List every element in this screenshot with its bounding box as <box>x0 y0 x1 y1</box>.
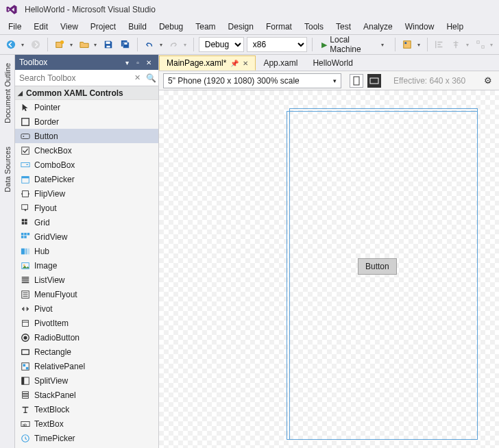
toolbox-item-datepicker[interactable]: DatePicker <box>15 172 158 186</box>
open-file-button[interactable] <box>77 37 90 52</box>
new-project-dropdown[interactable]: ▾ <box>68 42 74 48</box>
platform-selector[interactable]: x86 <box>247 37 308 52</box>
menu-file[interactable]: File <box>3 21 27 33</box>
undo-button[interactable] <box>143 37 156 52</box>
save-button[interactable] <box>101 37 115 52</box>
distribute-button[interactable] <box>473 37 487 52</box>
panel-menu-icon[interactable]: ▾ <box>121 57 132 68</box>
menubar: File Edit View Project Build Debug Team … <box>0 19 499 34</box>
toolbox-item-label: ListView <box>34 275 64 285</box>
toolbox-item-splitview[interactable]: SplitView <box>15 373 158 388</box>
toolbox-item-stackpanel[interactable]: StackPanel <box>15 388 158 402</box>
canvas-button-control[interactable]: Button <box>358 258 397 275</box>
align-dropdown[interactable]: ▾ <box>464 42 470 48</box>
nav-back-dropdown[interactable]: ▾ <box>19 42 25 48</box>
start-debug-button[interactable]: ▶ Local Machine ▾ <box>317 37 390 52</box>
side-tab-data-sources[interactable]: Data Sources <box>2 141 13 198</box>
svg-rect-45 <box>23 394 29 396</box>
distribute-dropdown[interactable]: ▾ <box>489 42 495 48</box>
menu-design[interactable]: Design <box>223 21 259 33</box>
toolbox-item-label: RelativePanel <box>34 362 85 371</box>
undo-dropdown[interactable]: ▾ <box>158 42 164 48</box>
properties-dropdown[interactable]: ▾ <box>415 42 422 48</box>
svg-rect-40 <box>23 364 26 366</box>
svg-rect-20 <box>22 219 25 221</box>
menu-view[interactable]: View <box>55 21 84 33</box>
toolbox-item-relativepanel[interactable]: RelativePanel <box>15 359 158 373</box>
datepicker-icon <box>21 175 30 184</box>
tab-helloworld[interactable]: HelloWorld <box>305 55 360 71</box>
tab-mainpage[interactable]: MainPage.xaml* 📌 ✕ <box>159 55 256 71</box>
search-icon[interactable]: 🔍 <box>143 73 158 83</box>
toolbox-item-pivot[interactable]: Pivot <box>15 301 158 316</box>
toolbox-item-flyout[interactable]: Flyout <box>15 201 158 215</box>
toolbox-item-textbox[interactable]: abTextBox <box>15 416 158 431</box>
properties-button[interactable] <box>400 37 414 52</box>
toolbox-item-combobox[interactable]: ComboBox <box>15 158 158 172</box>
toolbox-item-label: PivotItem <box>34 319 69 328</box>
menu-project[interactable]: Project <box>85 21 121 33</box>
svg-rect-41 <box>26 366 29 369</box>
menu-tools[interactable]: Tools <box>299 21 329 33</box>
svg-rect-46 <box>23 396 29 398</box>
toolbox-item-image[interactable]: Image <box>15 258 158 273</box>
separator <box>137 38 138 51</box>
nav-forward-button[interactable] <box>29 37 42 52</box>
new-project-button[interactable] <box>53 37 66 52</box>
orientation-portrait-button[interactable] <box>350 74 363 88</box>
menu-edit[interactable]: Edit <box>28 21 53 33</box>
toolbox-group-header[interactable]: ◢ Common XAML Controls <box>15 86 158 100</box>
svg-rect-5 <box>107 46 110 48</box>
close-icon[interactable]: ✕ <box>143 57 154 68</box>
toolbox-item-menuflyout[interactable]: MenuFlyout <box>15 287 158 301</box>
timepicker-icon <box>21 434 30 443</box>
menu-team[interactable]: Team <box>190 21 221 33</box>
pin-icon[interactable]: 📌 <box>230 60 239 67</box>
settings-gear-icon[interactable]: ⚙ <box>481 75 495 86</box>
toolbox-item-timepicker[interactable]: TimePicker <box>15 431 158 445</box>
play-icon: ▶ <box>321 40 327 49</box>
toolbox-item-button[interactable]: Button <box>15 129 158 143</box>
clear-search-icon[interactable]: ✕ <box>131 73 143 82</box>
toolbox-item-flipview[interactable]: FlipView <box>15 186 158 201</box>
tab-appxaml[interactable]: App.xaml <box>256 55 305 71</box>
menu-format[interactable]: Format <box>260 21 297 33</box>
toolbox-item-checkbox[interactable]: CheckBox <box>15 143 158 158</box>
toolbox-item-rectangle[interactable]: Rectangle <box>15 345 158 359</box>
redo-dropdown[interactable]: ▾ <box>182 42 188 48</box>
orientation-landscape-button[interactable] <box>367 74 381 88</box>
align-left-button[interactable] <box>432 37 446 52</box>
toolbox-item-border[interactable]: Border <box>15 114 158 129</box>
close-icon[interactable]: ✕ <box>243 60 248 67</box>
svg-point-37 <box>23 336 27 339</box>
menu-test[interactable]: Test <box>330 21 356 33</box>
designer-canvas[interactable]: Button <box>159 90 499 448</box>
align-center-button[interactable] <box>449 37 463 52</box>
save-all-button[interactable] <box>118 37 132 52</box>
toolbox-item-label: TextBlock <box>34 405 69 414</box>
pin-icon[interactable]: ▫ <box>132 57 143 68</box>
redo-button[interactable] <box>167 37 180 52</box>
menu-debug[interactable]: Debug <box>154 21 188 33</box>
menu-analyze[interactable]: Analyze <box>358 21 398 33</box>
open-file-dropdown[interactable]: ▾ <box>93 42 99 48</box>
search-input[interactable] <box>15 71 131 86</box>
toolbox-item-hub[interactable]: Hub <box>15 244 158 258</box>
menu-window[interactable]: Window <box>400 21 440 33</box>
toolbox-item-grid[interactable]: Grid <box>15 215 158 229</box>
separator <box>47 38 48 51</box>
toolbox-item-listview[interactable]: ListView <box>15 273 158 287</box>
config-selector[interactable]: Debug <box>199 37 244 52</box>
menu-help[interactable]: Help <box>441 21 469 33</box>
toolbox-item-pivotitem[interactable]: PivotItem <box>15 316 158 330</box>
toolbox-item-pointer[interactable]: Pointer <box>15 100 158 114</box>
menu-build[interactable]: Build <box>123 21 152 33</box>
nav-back-button[interactable] <box>4 37 18 52</box>
side-tab-document-outline[interactable]: Document Outline <box>2 58 13 129</box>
toolbox-item-gridview[interactable]: GridView <box>15 229 158 244</box>
toolbox-item-textblock[interactable]: TextBlock <box>15 402 158 416</box>
device-selector[interactable]: 5" Phone (1920 x 1080) 300% scale ▾ <box>163 73 341 88</box>
toolbox-group-label: Common XAML Controls <box>26 88 123 98</box>
toolbox-item-radiobutton[interactable]: RadioButton <box>15 330 158 345</box>
relativepanel-icon <box>21 362 30 371</box>
